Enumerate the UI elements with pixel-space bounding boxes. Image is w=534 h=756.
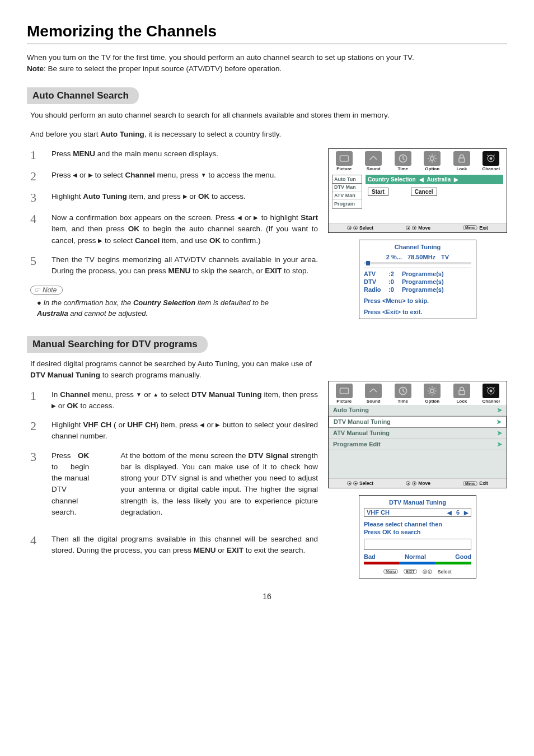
manual-steps: 1In Channel menu, press ▼ or ▲ to select… [27,389,318,557]
bar2-select: Select [359,480,373,486]
intro-paragraph: When you turn on the TV for the first ti… [27,52,507,74]
menu-tab-lock[interactable]: Lock [447,382,476,405]
channel-menu-item[interactable]: DTV Manual Tuning➤ [329,416,507,428]
popup-title: Channel Tuning [364,244,471,250]
svg-rect-6 [340,388,348,394]
note-head: ☞ Note [30,286,63,295]
page-title: Memorizing the Channels [27,22,507,40]
step-number: 5 [30,254,41,277]
step: 2Highlight VHF CH ( or UHF CH) item, pre… [30,419,318,442]
tune-percent: 2 %... [386,254,402,260]
menu-pill-icon: Menu [383,569,398,574]
menu-tab-time[interactable]: Time [388,382,418,405]
osd-channel-menu: PictureSoundTimeOptionLockChannel Auto T… [328,381,507,488]
step-text: Highlight VHF CH ( or UHF CH) item, pres… [51,419,318,442]
osd-footer: ◂▸ Select ▴▾ Move Menu Exit [329,223,507,232]
signal-quality-bar [364,562,471,564]
bar2-exit: Exit [479,480,488,486]
cancel-button[interactable]: Cancel [411,188,437,196]
step-text: Then the TV begins memorizing all ATV/DT… [51,254,318,277]
manual-intro-a: If desired digital programs cannot be se… [30,360,312,368]
hand-icon: ☞ [34,286,40,294]
menu-pill-icon: Menu [463,481,477,486]
option-icon [424,384,441,398]
menu-tab-option[interactable]: Option [418,150,447,172]
auto-intro-1: You should perform an auto channel searc… [27,110,507,121]
programme-count-row: ATV:2Programme(s) [364,270,471,277]
osd-side-item[interactable]: ATV Man [332,192,362,200]
step-number: 3 [30,450,41,526]
svg-rect-9 [459,390,465,395]
time-icon [395,151,411,166]
step-text: Press ◀ or ▶ to select Channel menu, pre… [51,170,276,183]
step-text: Now a confirmation box appears on the sc… [51,212,318,246]
start-button[interactable]: Start [368,188,388,196]
bar-select: Select [359,225,373,231]
channel-menu-item[interactable]: Auto Tuning➤ [329,405,507,416]
arrow-right-icon[interactable]: ▶ [464,510,469,516]
lr-buttons-icon: ◂▸ [347,226,358,230]
programme-count-row: DTV:0Programme(s) [364,278,471,285]
osd-side-item[interactable]: DTV Man [332,183,362,192]
menu-tab-sound[interactable]: Sound [359,382,388,405]
manual-intro: If desired digital programs cannot be se… [27,358,318,381]
tab-label: Option [418,166,447,171]
tab-label: Time [388,399,418,404]
menu-tab-lock[interactable]: Lock [447,150,476,172]
dtv-msg: Please select channel then Press OK to s… [364,520,471,536]
manual-intro-c: to search programs manually. [100,371,202,379]
dtv-msg-2: Press OK to search [364,529,421,535]
channel-icon [483,151,499,166]
step-text: Press MENU and the main menu screen disp… [51,148,218,162]
step: 3Highlight Auto Tuning item, and press ▶… [30,191,318,204]
ud-buttons-icon: ▴▾ [406,481,416,486]
lr-buttons-icon: ◂▸ [347,481,358,486]
channel-menu-item[interactable]: ATV Manual Tuning➤ [329,428,507,439]
ud-buttons-icon: ▴▾ [406,226,416,230]
dtv-popup-footer: Menu EXIT ◂▸ Select [364,569,471,575]
channel-menu-item[interactable]: Programme Edit➤ [329,439,507,450]
arrow-left-icon[interactable]: ◀ [447,510,452,516]
menu-tab-picture[interactable]: Picture [330,382,359,405]
menu-tab-time[interactable]: Time [388,150,418,172]
bar-exit: Exit [479,225,488,231]
tab-label: Sound [359,399,388,404]
menu-tab-sound[interactable]: Sound [359,150,388,172]
dtv-popup-title: DTV Manual Tuning [364,499,471,506]
q-normal: Normal [405,553,426,560]
lock-icon [453,384,470,398]
intro-note-text: : Be sure to select the proper input sou… [44,64,282,73]
osd-side-item[interactable]: Program [332,200,362,208]
step-number: 2 [30,419,41,442]
tab-label: Lock [447,399,476,404]
signal-quality-labels: Bad Normal Good [364,553,471,560]
tab-label: Picture [330,166,359,171]
step-number: 2 [30,170,41,183]
svg-point-8 [430,389,434,393]
step: 1In Channel menu, press ▼ or ▲ to select… [30,389,318,412]
auto-steps: 1Press MENU and the main menu screen dis… [27,148,318,277]
osd2-footer: ◂▸ Select ▴▾ Move Menu Exit [329,478,507,488]
country-selection-row[interactable]: Country Selection ◀ Australia ▶ [366,175,503,184]
step-number: 1 [30,389,41,412]
popup-hint-1: Press <Menu> to skip. [364,297,471,304]
dtv-manual-tuning-popup: DTV Manual Tuning VHF CH ◀ 6 ▶ Please se… [359,495,476,578]
menu-tab-channel[interactable]: Channel [477,382,506,405]
auto-intro-2a: And before you start [30,130,100,138]
step-number: 4 [30,212,41,246]
osd-side-item[interactable]: Auto Tun [332,175,362,184]
menu-tab-option[interactable]: Option [418,382,447,405]
menu-tab-picture[interactable]: Picture [330,150,359,172]
vhf-channel-row[interactable]: VHF CH ◀ 6 ▶ [364,508,471,517]
channel-tuning-popup: Channel Tuning 2 %... 78.50MHz TV ATV:2P… [359,240,476,319]
vhf-value: 6 [456,509,460,516]
osd-blank-area [329,450,507,478]
svg-rect-3 [459,158,465,162]
title-rule [27,44,507,44]
svg-rect-0 [340,156,348,161]
svg-point-4 [490,157,493,160]
auto-intro-2: And before you start Auto Tuning, it is … [27,129,507,140]
step: 4Then all the digital programs available… [30,534,318,557]
menu-tab-channel[interactable]: Channel [477,150,506,172]
step-text: Press OK to begin the manual DTV channel… [51,450,89,526]
